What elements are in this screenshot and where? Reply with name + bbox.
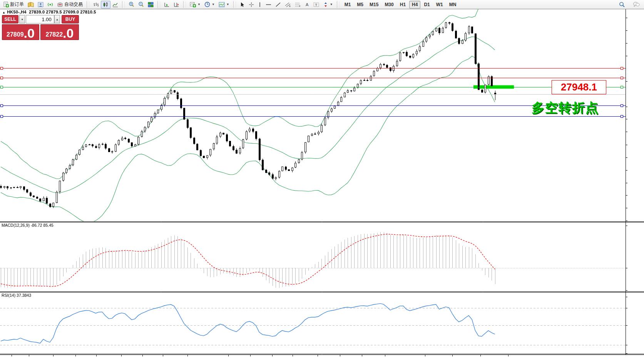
profile-button[interactable] [36,1,45,8]
chevron-down-icon: ▼ [330,3,333,6]
bar-chart-button[interactable] [91,1,101,8]
collapse-arrow-icon[interactable]: ▲ [2,11,5,14]
vertical-line-button[interactable] [256,1,264,8]
auto-scroll-button[interactable] [162,1,172,8]
toolbar-grip [337,2,340,8]
sell-button[interactable]: SELL [2,15,18,23]
text-label-icon: T [313,2,319,7]
bar-chart-icon [93,2,99,7]
cursor-button[interactable] [238,1,247,8]
zoom-in-button[interactable] [127,0,136,8]
turning-point-annotation[interactable]: 多空转折点 [532,99,599,117]
toolbar-grip [87,2,89,8]
sell-price: 27809 [7,32,24,38]
sell-price-pips: .0 [24,28,35,39]
price-chart-canvas[interactable] [0,0,644,363]
chevron-down-icon: ▼ [226,3,229,6]
crosshair-icon [249,2,254,7]
profile-icon [38,2,43,7]
autotrading-button[interactable]: 自动交易 [55,0,85,9]
timeframe-m5-button[interactable]: M5 [354,1,366,8]
line-chart-icon [112,2,118,7]
zoom-out-icon [138,2,144,7]
macd-label: MACD(12,26,9) -86.72 85.45 [2,223,54,228]
svg-text:E: E [289,5,291,7]
volume-input[interactable]: 1.00 [26,15,54,23]
new-order-button[interactable]: 新订单 [1,0,26,9]
market-watch-button[interactable] [26,1,36,8]
new-order-label: 新订单 [10,1,24,8]
timeframe-w1-button[interactable]: W1 [433,1,446,8]
horizontal-line-icon [266,2,271,7]
symbol-name: HK50-,H4 [7,10,27,14]
channel-icon: E [285,2,291,7]
buy-price-box[interactable]: 27822.0 [40,24,79,40]
chat-icon[interactable] [631,0,642,8]
svg-text:A: A [306,2,309,7]
clock-icon [204,2,210,7]
tile-windows-icon [148,2,154,7]
book-icon [28,2,34,7]
timeframe-m30-button[interactable]: M30 [382,1,396,8]
equidistant-channel-button[interactable]: E [283,1,293,8]
indicators-button[interactable]: ▼ [188,0,202,8]
crosshair-button[interactable] [247,1,256,8]
mt4-terminal: 新订单 自动交易 ▼ ▼ [0,0,644,363]
autotrading-label: 自动交易 [64,1,83,8]
timeframe-m1-button[interactable]: M1 [342,1,354,8]
chart-shift-button[interactable] [172,1,181,8]
svg-text:F: F [299,5,301,7]
svg-text:T: T [315,3,317,7]
timeframe-h1-button[interactable]: H1 [397,1,408,8]
price-callout-box[interactable]: 27948.1 [552,80,606,94]
candlestick-chart-button[interactable] [101,1,110,8]
periods-button[interactable]: ▼ [202,0,217,8]
timeframe-group: M1M5M15M30H1H4D1W1MN [340,0,461,9]
arrows-icon [323,2,328,7]
timeframe-m15-button[interactable]: M15 [367,1,381,8]
chart-shift-icon [174,2,179,7]
template-icon [219,2,225,7]
toolbar-grip [233,2,236,8]
arrows-button[interactable]: ▼ [321,1,335,8]
toolbar: 新订单 自动交易 ▼ ▼ [0,0,644,9]
text-label-button[interactable]: T [311,1,321,8]
auto-scroll-icon [164,2,170,7]
buy-price: 27822 [46,32,63,38]
zoom-in-icon [129,2,134,7]
symbol-ohlc: 27839.0 27879.5 27699.0 27810.5 [29,10,96,14]
buy-button[interactable]: BUY [62,15,79,23]
vertical-line-icon [258,2,262,7]
sell-price-box[interactable]: 27809.0 [2,24,39,40]
search-icon[interactable] [617,0,627,9]
templates-button[interactable]: ▼ [217,1,231,8]
cursor-icon [240,2,245,7]
toolbar-grip [157,2,160,8]
fibonacci-icon: F [295,2,301,7]
timeframe-h4-button[interactable]: H4 [409,1,420,8]
signal-button[interactable] [45,1,55,8]
autotrading-icon [57,2,63,7]
tile-windows-button[interactable] [146,1,156,8]
symbol-info-bar: ▲HK50-,H4 27839.0 27879.5 27699.0 27810.… [2,10,96,14]
horizontal-line-button[interactable] [264,1,273,8]
chevron-down-icon: ▼ [197,3,201,6]
buy-price-pips: .0 [63,28,74,39]
line-chart-button[interactable] [110,1,120,8]
text-button[interactable]: A [303,1,311,8]
zoom-out-button[interactable] [136,0,146,8]
trendline-button[interactable] [273,1,283,8]
fibonacci-button[interactable]: F [293,1,303,8]
volume-increase-button[interactable]: ▲ [54,15,60,23]
chevron-down-icon: ▼ [212,3,215,6]
new-order-icon [3,2,9,7]
timeframe-d1-button[interactable]: D1 [421,1,432,8]
timeframe-mn-button[interactable]: MN [447,1,459,8]
volume-decrease-button[interactable]: ▼ [19,15,25,23]
text-a-icon: A [305,2,309,7]
trendline-icon [275,2,281,7]
indicators-icon [190,2,196,7]
toolbar-grip [122,2,125,8]
rsi-label: RSI(14) 37.3843 [2,293,31,298]
candlestick-chart-icon [103,2,109,7]
